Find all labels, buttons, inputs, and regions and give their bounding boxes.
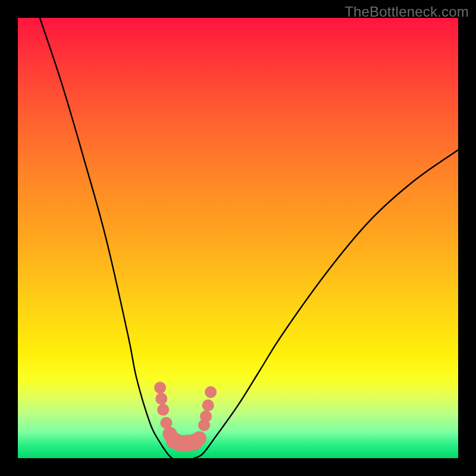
marker-point: [192, 431, 206, 446]
marker-point: [157, 404, 169, 416]
marker-point: [200, 411, 212, 422]
curve-layer: [40, 18, 458, 458]
marker-point: [154, 382, 166, 394]
watermark-label: TheBottleneck.com: [345, 4, 469, 20]
series-left-curve: [40, 18, 172, 458]
marker-layer: [154, 382, 217, 452]
marker-point: [155, 393, 167, 405]
series-right-curve: [194, 150, 458, 458]
chart-frame: [18, 18, 458, 458]
chart-curves-svg: [18, 18, 458, 458]
marker-point: [202, 399, 214, 411]
marker-point: [205, 386, 217, 398]
